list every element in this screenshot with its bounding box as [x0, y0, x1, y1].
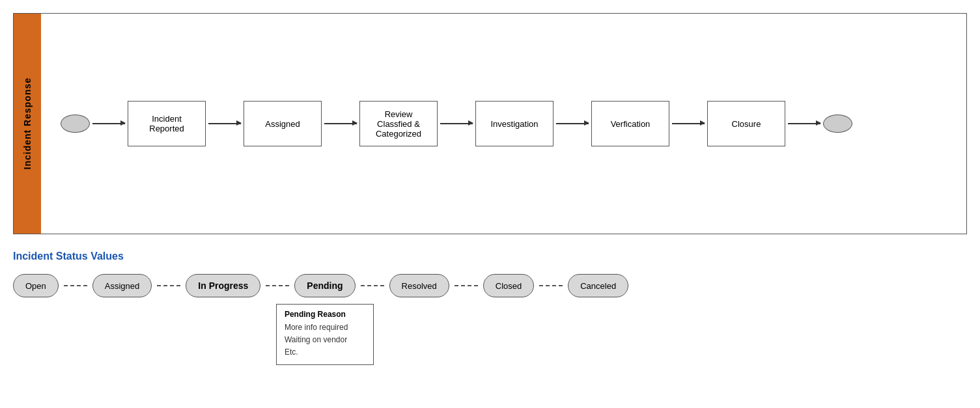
arrow-3 [324, 123, 357, 124]
status-section-title: Incident Status Values [13, 251, 967, 262]
process-incident-reported: Incident Reported [128, 101, 206, 146]
arrow-5 [556, 123, 589, 124]
incident-response-diagram: Incident Response Incident Reported Assi… [13, 13, 967, 234]
status-closed: Closed [483, 274, 534, 297]
status-resolved: Resolved [389, 274, 449, 297]
status-canceled: Canceled [568, 274, 628, 297]
arrow-1 [92, 123, 125, 124]
end-oval [823, 115, 852, 133]
process-closure: Closure [707, 101, 785, 146]
dashed-2 [156, 285, 182, 286]
pending-reason-box: Pending Reason More info required Waitin… [276, 304, 374, 365]
lane-label-text: Incident Response [22, 77, 33, 169]
arrow-2 [208, 123, 241, 124]
arrow-4 [440, 123, 473, 124]
start-oval [61, 115, 90, 133]
status-values-section: Incident Status Values Open Assigned In … [13, 251, 967, 297]
pending-reason-items: More info required Waiting on vendor Etc… [285, 321, 365, 359]
dashed-3 [264, 285, 290, 286]
status-open: Open [13, 274, 59, 297]
dashed-4 [359, 285, 385, 286]
status-row: Open Assigned In Progress Pending [13, 274, 967, 297]
dashed-5 [453, 285, 479, 286]
arrow-7 [788, 123, 820, 124]
lane-label-bar: Incident Response [14, 14, 41, 234]
process-investigation: Investigation [475, 101, 553, 146]
pending-reason-title: Pending Reason [285, 310, 365, 319]
dashed-6 [538, 285, 564, 286]
flow-row: Incident Reported Assigned Review Classf… [61, 101, 852, 146]
process-review: Review Classfied & Categorized [359, 101, 438, 146]
process-assigned: Assigned [244, 101, 322, 146]
status-in-progress: In Progress [186, 274, 260, 297]
pending-container: Pending Pending Reason More info require… [294, 274, 355, 297]
status-pending: Pending [294, 274, 355, 297]
status-assigned: Assigned [92, 274, 152, 297]
dashed-1 [63, 285, 89, 286]
arrow-6 [672, 123, 705, 124]
diagram-flow-area: Incident Reported Assigned Review Classf… [41, 14, 966, 234]
process-verification: Verfication [591, 101, 669, 146]
